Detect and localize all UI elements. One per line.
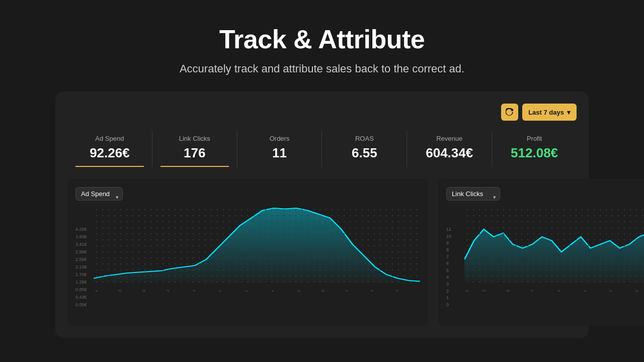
metric-revenue: Revenue604.34€ (407, 131, 492, 167)
y-axis-label: 2.56€ (75, 257, 87, 262)
chevron-down-icon: ▾ (567, 109, 571, 116)
x-axis-label: 18th Jan 2023 (394, 290, 420, 306)
toolbar: Last 7 days ▾ (67, 104, 577, 121)
y-axis-label: 3.83€ (75, 234, 87, 239)
chart-panel-ad-spend-chart: Ad SpendRevenueProfit4.26€3.83€3.41€2.98… (67, 179, 428, 326)
y-axis-label: 3.41€ (75, 242, 87, 247)
metric-label-link-clicks: Link Clicks (160, 135, 229, 142)
dot-grid-background (94, 207, 420, 287)
metric-link-clicks: Link Clicks176 (152, 131, 237, 167)
y-axis-label: 4 (446, 275, 451, 280)
chart-area: 4.26€3.83€3.41€2.98€2.56€2.13€1.70€1.28€… (75, 207, 420, 289)
y-axis-label: 9 (446, 240, 451, 245)
y-axis-label: 1 (446, 295, 451, 300)
metric-value-profit: 512.08€ (500, 145, 569, 161)
metric-ad-spend: Ad Spend92.26€ (67, 131, 152, 167)
metric-label-profit: Profit (500, 135, 569, 142)
metric-value-ad-spend: 92.26€ (75, 145, 144, 161)
metric-profit: Profit512.08€ (492, 131, 577, 167)
y-axis-label: 7 (446, 254, 451, 259)
y-axis-label: 0 (446, 302, 451, 307)
y-axis-label: 0.85€ (75, 287, 87, 292)
chart-panel-link-clicks-chart: Link ClicksClicksImpressions111098765432… (438, 179, 644, 326)
chart-dropdown-link-clicks-chart[interactable]: Link ClicksClicksImpressions (446, 187, 500, 201)
y-axis-labels: 4.26€3.83€3.41€2.98€2.56€2.13€1.70€1.28€… (75, 227, 87, 307)
y-axis-label: 0.00€ (75, 302, 87, 307)
metrics-row: Ad Spend92.26€Link Clicks176Orders11ROAS… (67, 131, 577, 167)
dashboard-panel: Last 7 days ▾ Ad Spend92.26€Link Clicks1… (55, 92, 589, 338)
x-axis-labels: 1st Dec 20225th Dec 20229th Dec 202213th… (75, 290, 420, 318)
y-axis-label: 0.43€ (75, 295, 87, 300)
metric-value-link-clicks: 176 (160, 145, 229, 161)
refresh-button[interactable] (501, 104, 518, 121)
y-axis-label: 2 (446, 289, 451, 294)
y-axis-label: 2.13€ (75, 264, 87, 269)
metric-label-roas: ROAS (330, 135, 398, 142)
metric-value-revenue: 604.34€ (415, 145, 484, 161)
dot-grid-background (464, 207, 644, 287)
y-axis-label: 10 (446, 234, 451, 239)
chart-dropdown-ad-spend-chart[interactable]: Ad SpendRevenueProfit (75, 187, 123, 201)
metric-value-orders: 11 (246, 145, 314, 161)
hero-section: Track & Attribute Accurately track and a… (180, 0, 464, 92)
metric-roas: ROAS6.55 (321, 131, 407, 167)
metric-underline (160, 166, 229, 167)
y-axis-label: 5 (446, 268, 451, 273)
chart-area: 11109876543210 (446, 207, 644, 289)
metric-underline (75, 166, 144, 167)
y-axis-label: 6 (446, 261, 451, 266)
charts-row: Ad SpendRevenueProfit4.26€3.83€3.41€2.98… (67, 179, 577, 326)
metric-value-roas: 6.55 (330, 145, 398, 161)
y-axis-label: 4.26€ (75, 227, 87, 232)
y-axis-labels: 11109876543210 (446, 227, 451, 307)
y-axis-label: 2.98€ (75, 249, 87, 254)
y-axis-label: 11 (446, 227, 451, 232)
metric-label-orders: Orders (246, 135, 314, 142)
y-axis-label: 1.70€ (75, 272, 87, 277)
metric-label-revenue: Revenue (415, 135, 484, 142)
hero-subtitle: Accurately track and attribute sales bac… (180, 62, 464, 75)
date-range-button[interactable]: Last 7 days ▾ (522, 104, 577, 121)
metric-orders: Orders11 (237, 131, 322, 167)
date-range-label: Last 7 days (528, 109, 564, 116)
y-axis-label: 8 (446, 247, 451, 252)
metric-label-ad-spend: Ad Spend (75, 135, 144, 142)
y-axis-label: 1.28€ (75, 280, 87, 285)
hero-title: Track & Attribute (180, 24, 464, 54)
x-axis-labels: Dec 20225th Dec 20229th Dec 202213th Dec… (446, 290, 644, 318)
y-axis-label: 3 (446, 282, 451, 287)
chart-dropdown-wrapper: Ad SpendRevenueProfit (75, 187, 123, 207)
chart-dropdown-wrapper: Link ClicksClicksImpressions (446, 187, 500, 207)
